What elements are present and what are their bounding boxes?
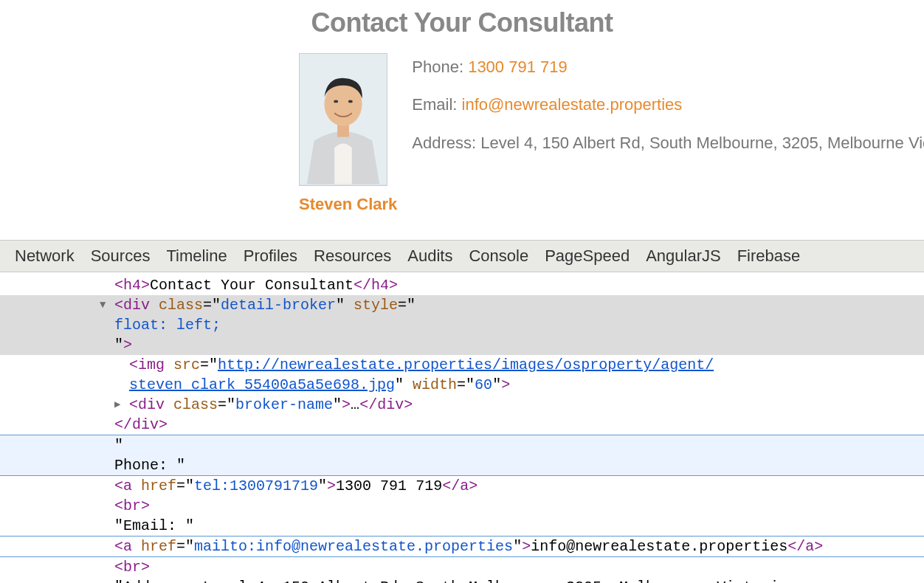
dom-node-img-cont[interactable]: steven_clark_55400a5a5e698.jpg" width="6… xyxy=(0,375,924,395)
dom-node-br1[interactable]: <br> xyxy=(0,496,924,516)
tab-console[interactable]: Console xyxy=(469,246,528,266)
dom-node-a-mailto[interactable]: <a href="mailto:info@newrealestate.prope… xyxy=(0,537,924,556)
address-value: Level 4, 150 Albert Rd, South Melbourne,… xyxy=(480,134,924,152)
tab-firebase[interactable]: Firebase xyxy=(737,246,801,266)
dom-node-detail-broker[interactable]: ▼ <div class="detail-broker" style=" flo… xyxy=(0,295,924,355)
phone-link[interactable]: 1300 791 719 xyxy=(468,58,568,76)
page-preview: Contact Your Consultant xyxy=(0,7,924,240)
dom-node-h4[interactable]: <h4>Contact Your Consultant</h4> xyxy=(0,275,924,295)
broker-card: Steven Clark xyxy=(299,53,397,218)
svg-point-3 xyxy=(334,100,338,103)
tab-audits[interactable]: Audits xyxy=(407,246,452,266)
dom-node-broker-name[interactable]: ▶ <div class="broker-name">…</div> xyxy=(0,395,924,415)
tab-profiles[interactable]: Profiles xyxy=(244,246,297,266)
tab-timeline[interactable]: Timeline xyxy=(166,246,227,266)
broker-photo xyxy=(299,53,387,186)
dom-node-br2[interactable]: <br> xyxy=(0,557,924,577)
dom-text-address[interactable]: "Address: Level 4, 150 Albert Rd, South … xyxy=(0,577,924,583)
dom-text-email[interactable]: "Email: " xyxy=(0,516,924,536)
tab-angularjs[interactable]: AngularJS xyxy=(646,246,721,266)
dom-node-img[interactable]: <img src="http://newrealestate.propertie… xyxy=(0,355,924,375)
elements-panel[interactable]: <h4>Contact Your Consultant</h4> ▼ <div … xyxy=(0,272,924,583)
dom-node-div-close[interactable]: </div> xyxy=(0,415,924,435)
tab-network[interactable]: Network xyxy=(15,246,75,266)
disclosure-triangle-icon[interactable]: ▶ xyxy=(114,398,120,412)
dom-text-phone[interactable]: " Phone: " xyxy=(0,435,924,476)
svg-point-4 xyxy=(348,100,353,103)
tab-sources[interactable]: Sources xyxy=(91,246,151,266)
devtools-tabbar: Network Sources Timeline Profiles Resour… xyxy=(0,240,924,272)
address-label: Address: xyxy=(412,134,480,152)
tab-resources[interactable]: Resources xyxy=(314,246,391,266)
email-link[interactable]: info@newrealestate.properties xyxy=(462,95,683,114)
phone-label: Phone: xyxy=(412,58,468,76)
disclosure-triangle-icon[interactable]: ▼ xyxy=(100,298,106,312)
page-title: Contact Your Consultant xyxy=(0,7,924,38)
broker-name[interactable]: Steven Clark xyxy=(299,190,397,218)
email-label: Email: xyxy=(412,95,461,114)
tab-pagespeed[interactable]: PageSpeed xyxy=(545,246,630,266)
consultant-block: Steven Clark Phone: 1300 791 719 Email: … xyxy=(299,53,924,218)
dom-node-a-tel[interactable]: <a href="tel:1300791719">1300 791 719</a… xyxy=(0,476,924,496)
